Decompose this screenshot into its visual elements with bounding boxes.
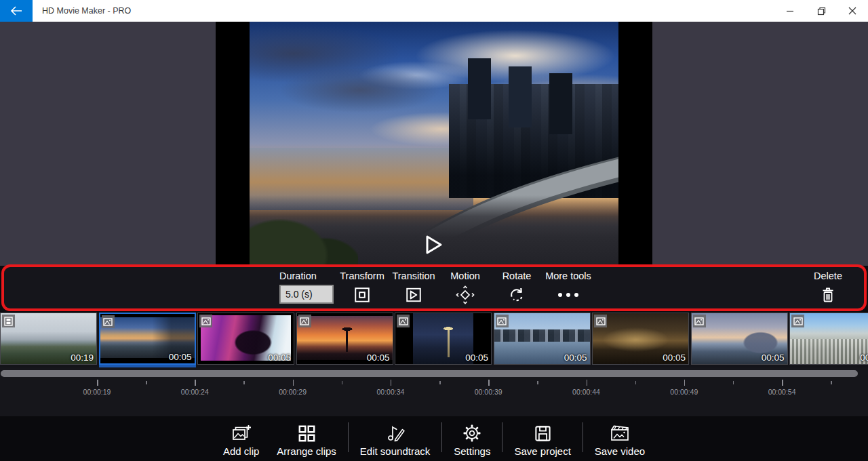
timeline-clip[interactable]: 00:05: [691, 313, 788, 365]
clip-type-badge: [397, 315, 410, 327]
divider: [348, 422, 349, 452]
settings-gear-icon: [462, 421, 481, 443]
preview-viewport[interactable]: [216, 22, 652, 266]
image-badge-icon: [103, 318, 113, 326]
timeline-clip[interactable]: 00:19: [0, 313, 97, 365]
ruler-tick-major: [195, 380, 196, 386]
clip-type-badge: [594, 315, 607, 327]
back-arrow-icon: [10, 6, 22, 16]
image-badge-icon: [596, 317, 606, 325]
timeline-clip[interactable]: 00:05: [789, 313, 868, 365]
save-video-button[interactable]: Save video: [586, 421, 654, 457]
clip-type-badge: [791, 315, 804, 327]
preview-stage: [0, 22, 868, 266]
ruler-tick-major: [684, 380, 686, 386]
timeline-clip[interactable]: 00:05: [395, 313, 492, 365]
ruler-time-label: 00:00:49: [670, 388, 698, 396]
add-clip-button[interactable]: Add clip: [214, 421, 268, 457]
minimize-button[interactable]: [774, 0, 806, 22]
clip-toolbar: Duration Transform Transition Motion: [1, 264, 867, 311]
timeline-clip[interactable]: 00:05: [592, 313, 689, 365]
timeline-clip[interactable]: 00:05: [197, 313, 294, 365]
ruler-tick-major: [391, 380, 392, 386]
ruler-tick-minor: [243, 381, 245, 384]
window-title: HD Movie Maker - PRO: [42, 6, 131, 16]
settings-button[interactable]: Settings: [445, 421, 499, 457]
duration-block: Duration: [279, 270, 336, 304]
clip-type-badge: [2, 315, 15, 327]
edit-soundtrack-icon: [385, 421, 406, 443]
timeline-clip[interactable]: 00:05: [494, 313, 591, 365]
ruler-time-label: 00:00:44: [572, 388, 600, 396]
clip-duration: 00:05: [564, 353, 587, 363]
ruler-tick-minor: [342, 381, 343, 384]
ruler-time-label: 00:00:19: [83, 388, 111, 396]
ruler-time-label: 00:00:29: [279, 388, 307, 396]
clip-duration: 00:05: [465, 353, 488, 363]
play-button[interactable]: [425, 235, 443, 255]
clip-duration: 00:05: [367, 353, 390, 363]
clip-type-badge: [298, 315, 311, 327]
more-dots-icon: [555, 285, 582, 305]
clip-duration: 00:19: [71, 353, 94, 363]
timeline-scrollbar[interactable]: [1, 370, 858, 377]
clip-duration: 00:05: [762, 353, 785, 363]
transform-button[interactable]: Transform: [336, 270, 388, 305]
play-icon: [425, 235, 443, 255]
close-button[interactable]: [837, 0, 868, 22]
ruler-tick-minor: [537, 381, 538, 384]
transition-icon: [405, 285, 422, 305]
ruler-tick-minor: [831, 381, 832, 384]
clip-duration: 00:05: [663, 353, 686, 363]
delete-button[interactable]: Delete: [807, 270, 849, 305]
ruler-time-label: 00:00:54: [768, 388, 796, 396]
preview-photo: [250, 22, 618, 266]
timeline-clip[interactable]: 00:05: [296, 313, 393, 365]
more-tools-button[interactable]: More tools: [542, 270, 594, 305]
ruler-zone: 00:00:1900:00:2400:00:2900:00:3400:00:39…: [0, 367, 868, 416]
add-clip-icon: [231, 421, 252, 443]
edit-soundtrack-button[interactable]: Edit soundtrack: [351, 421, 439, 457]
ruler-tick-major: [97, 380, 98, 386]
transition-button[interactable]: Transition: [388, 270, 439, 305]
duration-label: Duration: [279, 270, 336, 285]
save-project-button[interactable]: Save project: [505, 421, 579, 457]
image-badge-icon: [694, 317, 704, 325]
ruler-tick-minor: [635, 381, 637, 384]
trash-icon: [820, 285, 836, 305]
arrange-clips-icon: [298, 421, 316, 443]
clip-type-badge: [102, 315, 115, 328]
timeline-clip[interactable]: 00:05: [99, 313, 196, 365]
divider: [583, 422, 583, 452]
back-button[interactable]: [0, 0, 33, 22]
image-badge-icon: [793, 317, 803, 325]
restore-button[interactable]: [806, 0, 837, 22]
motion-icon: [456, 285, 475, 305]
save-floppy-icon: [534, 421, 552, 443]
duration-input[interactable]: [279, 285, 334, 304]
foreground-trees: [250, 178, 358, 266]
clip-duration: 00:05: [268, 353, 291, 363]
ruler-tick-minor: [733, 381, 734, 384]
transform-icon: [353, 285, 371, 305]
rotate-icon: [508, 285, 526, 305]
motion-button[interactable]: Motion: [439, 270, 491, 305]
clip-type-badge: [199, 315, 212, 327]
divider: [441, 422, 442, 452]
actions-bar: Add clip Arrange clips: [0, 416, 868, 461]
image-badge-icon: [399, 317, 408, 325]
window-controls: [774, 0, 868, 22]
ruler-tick-major: [782, 380, 783, 386]
arrange-clips-button[interactable]: Arrange clips: [268, 421, 345, 457]
ruler-time-label: 00:00:24: [181, 388, 209, 396]
video-badge-icon: [4, 317, 13, 326]
rotate-button[interactable]: Rotate: [491, 270, 542, 305]
ruler-tick-major: [488, 380, 490, 386]
titlebar: HD Movie Maker - PRO: [0, 0, 868, 22]
ruler: 00:00:1900:00:2400:00:2900:00:3400:00:39…: [0, 378, 868, 414]
ruler-tick-major: [293, 380, 294, 386]
ruler-tick-major: [587, 380, 588, 386]
clip-duration: 00:05: [169, 352, 192, 362]
ruler-time-label: 00:00:34: [376, 388, 404, 396]
image-badge-icon: [201, 317, 211, 325]
